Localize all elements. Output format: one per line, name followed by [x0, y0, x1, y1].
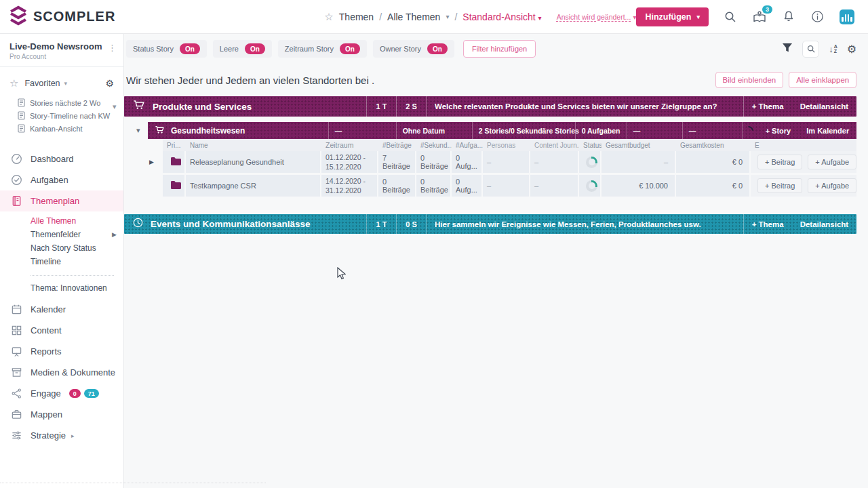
favorite-item-stories[interactable]: Stories nächste 2 Wo	[0, 96, 123, 109]
toggle-on-pill[interactable]: On	[427, 43, 448, 54]
sidebar-item-themenplan[interactable]: Themenplan	[0, 190, 123, 211]
add-thema-button[interactable]: + Thema	[744, 102, 792, 110]
sidebar-item-strategie[interactable]: Strategie ▸	[0, 425, 123, 446]
star-icon: ☆	[9, 77, 18, 89]
detail-view-button[interactable]: Detailansicht	[792, 102, 857, 110]
column-header-personas[interactable]: Personas	[483, 142, 530, 149]
sidebar-item-thema-innovationen[interactable]: Thema: Innovationen	[0, 281, 123, 295]
engage-badge-teal: 71	[84, 389, 99, 398]
sidebar-item-engage[interactable]: Engage 0 71	[0, 383, 123, 404]
sort-az-icon[interactable]: ↓ AZ	[829, 44, 837, 54]
workspace-plan: Pro Account	[9, 53, 102, 60]
detail-view-button[interactable]: Detailansicht	[792, 220, 857, 228]
column-header-beitraege[interactable]: #Beiträge	[378, 142, 416, 149]
group-banner-produkte-services[interactable]: ▾ Produkte und Services 1 T 2 S Welche r…	[124, 96, 856, 117]
add-button[interactable]: Hinzufügen ▾	[636, 7, 709, 26]
calendar-icon	[11, 304, 22, 315]
column-header-zeitraum[interactable]: Zeitraum	[321, 140, 378, 150]
collapse-chevron-icon[interactable]: ▾	[113, 103, 117, 110]
favorites-label: Favoriten	[24, 79, 60, 88]
info-icon[interactable]	[810, 9, 825, 24]
add-beitrag-button[interactable]: + Beitrag	[757, 155, 802, 169]
column-header-gesamtbudget[interactable]: Gesamtbudget	[601, 142, 676, 149]
subgroup-title: Gesundheitswesen	[171, 126, 245, 136]
add-aufgabe-button[interactable]: + Aufgabe	[808, 155, 856, 169]
favorite-star-icon[interactable]: ☆	[324, 11, 333, 23]
intercom-messenger-icon[interactable]	[840, 9, 854, 24]
column-header-aufgaben[interactable]: #Aufga...	[452, 142, 483, 149]
filter-funnel-icon[interactable]	[782, 43, 793, 56]
reader-news-icon[interactable]: 3	[752, 9, 767, 24]
sidebar-item-dashboard[interactable]: Dashboard	[0, 148, 123, 169]
view-changing-link[interactable]: Ansicht wird geändert...▾	[557, 13, 637, 21]
chevron-down-icon[interactable]: ▾	[446, 13, 449, 20]
im-kalender-button[interactable]: Im Kalender	[798, 127, 856, 135]
add-story-button[interactable]: + Story	[757, 127, 799, 135]
breadcrumb-alle-themen[interactable]: Alle Themen	[387, 12, 440, 22]
sidebar-subitem-themenfelder[interactable]: Themenfelder ▶	[0, 228, 123, 241]
column-header-name[interactable]: Name	[186, 142, 321, 149]
sidebar-item-mappen[interactable]: Mappen	[0, 404, 123, 425]
sidebar-item-aufgaben[interactable]: Aufgaben	[0, 169, 123, 190]
collapse-chevron-icon[interactable]: ▾	[136, 127, 140, 134]
filter-chip-leere[interactable]: Leere On	[213, 40, 272, 58]
book-icon	[11, 195, 22, 207]
toggle-on-pill[interactable]: On	[180, 43, 200, 54]
subgroup-banner-gesundheitswesen[interactable]: ▾ Gesundheitswesen — Ohne Datum 2 Storie…	[148, 122, 856, 139]
grid-icon	[11, 325, 22, 336]
page-intro-text: Wir stehen Jeder und Jedem an vielen Sta…	[126, 75, 374, 86]
sidebar-item-medien-dokumente[interactable]: Medien & Dokumente	[0, 362, 123, 383]
workspace-switcher[interactable]: Live-Demo Newsroom Pro Account ⋮	[0, 34, 123, 66]
group-banner-events[interactable]: Events und Kommunikationsanlässe 1 T 0 S…	[124, 214, 856, 234]
sidebar-item-reports[interactable]: Reports	[0, 341, 123, 362]
table-row[interactable]: ▶ Releaseplanung Gesundheit 01.12.2020 -…	[163, 151, 856, 175]
toggle-on-pill[interactable]: On	[340, 43, 360, 54]
column-header-gesamtkosten[interactable]: Gesamtkosten	[676, 142, 751, 149]
favorite-item-story-timeline[interactable]: Story-Timeline nach KW	[0, 109, 123, 122]
expand-row-icon[interactable]: ▶	[149, 159, 154, 165]
chevron-down-icon: ▾	[696, 14, 700, 20]
toggle-on-pill[interactable]: On	[245, 43, 265, 54]
story-name[interactable]: Releaseplanung Gesundheit	[186, 151, 321, 173]
breadcrumb-view-select[interactable]: Standard-Ansicht ▾	[462, 12, 541, 22]
story-gesamtbudget: –	[601, 151, 676, 173]
filter-chip-status-story[interactable]: Status Story On	[126, 40, 207, 58]
chevron-right-icon: ▸	[71, 432, 75, 439]
add-aufgabe-button[interactable]: + Aufgabe	[808, 178, 856, 193]
themenplan-content: Wir stehen Jeder und Jedem an vielen Sta…	[124, 72, 868, 234]
column-header-pri[interactable]: Pri...	[163, 142, 186, 149]
column-header-sekundaer[interactable]: #Sekund...	[416, 142, 452, 149]
add-filter-button[interactable]: Filter hinzufügen	[463, 40, 536, 58]
settings-gear-icon[interactable]: ⚙	[847, 43, 856, 56]
group-question: Hier sammeln wir Ereignisse wie Messen, …	[426, 214, 743, 234]
filter-chip-owner-story[interactable]: Owner Story On	[373, 40, 454, 58]
show-image-button[interactable]: Bild einblenden	[715, 72, 784, 88]
story-beitraege: 0 Beiträge	[378, 175, 416, 197]
bell-icon[interactable]	[781, 9, 796, 24]
column-header-status[interactable]: Status	[579, 142, 601, 149]
presentation-icon	[11, 346, 22, 357]
sidebar-subitem-timeline[interactable]: Timeline	[0, 255, 123, 268]
add-beitrag-button[interactable]: + Beitrag	[757, 178, 802, 193]
column-header-content-journey[interactable]: Content Journ...	[530, 142, 579, 149]
favorites-header[interactable]: ☆ Favoriten ▾ ⚙	[0, 67, 123, 96]
breadcrumb-themen[interactable]: Themen	[339, 12, 374, 22]
table-row[interactable]: Testkampagne CSR 14.12.2020 - 31.12.2020…	[163, 175, 856, 199]
favorites-gear-icon[interactable]: ⚙	[105, 78, 114, 89]
filter-chip-zeitraum-story[interactable]: Zeitraum Story On	[278, 40, 367, 58]
favorite-item-kanban[interactable]: Kanban-Ansicht	[0, 122, 123, 135]
story-gesamtkosten: € 0	[676, 151, 751, 173]
sidebar-item-kalender[interactable]: Kalender	[0, 299, 123, 320]
column-header-e[interactable]: E	[751, 142, 856, 149]
workspace-menu-icon[interactable]: ⋮	[108, 41, 117, 60]
sidebar-subitem-alle-themen[interactable]: Alle Themen	[0, 214, 123, 228]
collapse-all-button[interactable]: Alle einklappen	[789, 72, 856, 88]
sidebar-item-content[interactable]: Content	[0, 320, 123, 341]
scompler-logo[interactable]: SCOMPLER	[9, 5, 115, 28]
check-circle-icon	[11, 174, 22, 186]
search-icon[interactable]	[723, 9, 738, 24]
add-thema-button[interactable]: + Thema	[744, 220, 792, 228]
story-name[interactable]: Testkampagne CSR	[186, 175, 321, 197]
sidebar-subitem-nach-story-status[interactable]: Nach Story Status	[0, 241, 123, 255]
table-search-icon[interactable]	[802, 41, 819, 58]
